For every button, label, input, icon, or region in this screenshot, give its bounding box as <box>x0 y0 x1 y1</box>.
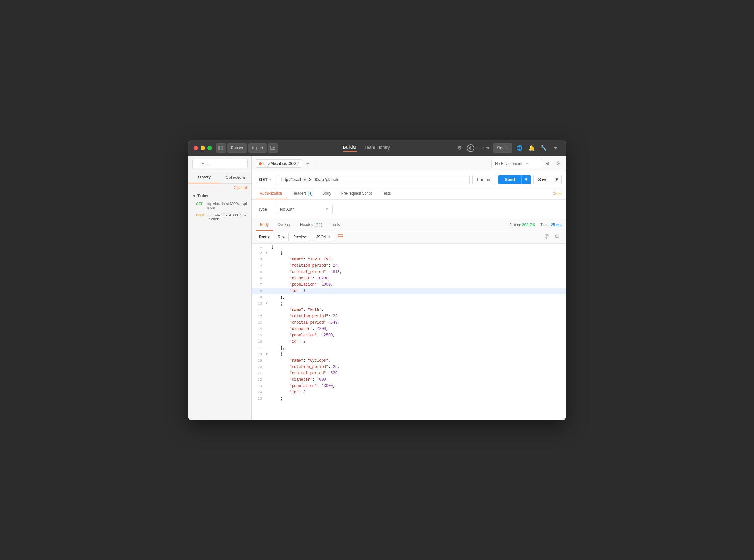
code-line-3: 3 "name": "Yavin IV", <box>252 256 566 263</box>
format-label: JSON <box>316 235 326 239</box>
eye-button[interactable]: 👁 <box>545 159 552 168</box>
url-input[interactable] <box>278 175 470 184</box>
titlebar: Runner Import Builder Team Library ⚙ <box>188 140 566 156</box>
format-select[interactable]: JSON ▼ <box>313 233 334 241</box>
type-label: Type <box>258 207 271 212</box>
active-tab-pill[interactable]: http://localhost:3000/ <box>256 159 302 168</box>
line-toggle[interactable]: ▼ <box>264 351 269 358</box>
history-item-get[interactable]: GET http://localhost:3000/api/planets <box>188 200 251 211</box>
sync-icon[interactable]: ⚙ <box>455 143 464 153</box>
auth-chevron-icon: ▼ <box>325 207 329 211</box>
method-select[interactable]: GET ▼ <box>256 175 276 184</box>
resp-tab-headers[interactable]: Headers (11) <box>296 219 327 231</box>
time-label: Time: <box>540 223 550 227</box>
method-badge-get: GET <box>195 202 204 206</box>
collections-tab[interactable]: Collections <box>220 172 252 183</box>
sidebar: 🔍 History Collections Clear all ▼ Today … <box>188 156 252 420</box>
history-item-url-post: http://localhost:3000/api/planets <box>208 213 248 221</box>
response-toolbar: Pretty Raw Preview JSON ▼ <box>252 231 566 244</box>
line-toggle <box>264 396 269 402</box>
line-code: "orbital_period": 4818, <box>269 269 566 275</box>
line-code: "orbital_period": 549, <box>269 320 566 326</box>
line-toggle <box>264 288 269 294</box>
tab-pre-request[interactable]: Pre-request Script <box>337 188 376 199</box>
builder-tab[interactable]: Builder <box>343 145 357 152</box>
new-tab-button[interactable] <box>268 143 278 153</box>
team-library-tab[interactable]: Team Library <box>364 145 390 151</box>
method-chevron-icon: ▼ <box>269 178 272 181</box>
params-button[interactable]: Params <box>472 175 496 184</box>
sign-in-button[interactable]: Sign In <box>493 143 512 153</box>
tab-headers[interactable]: Headers (4) <box>288 188 317 199</box>
time-value: 25 ms <box>551 223 562 227</box>
status-label: Status: <box>509 223 521 227</box>
globe-icon[interactable]: 🌐 <box>515 143 524 153</box>
runner-button[interactable]: Runner <box>227 143 247 153</box>
code-link[interactable]: Code <box>552 188 562 199</box>
method-badge-post: POST <box>195 213 206 217</box>
more-tabs-button[interactable]: ··· <box>314 160 322 167</box>
import-button[interactable]: Import <box>248 143 267 153</box>
pretty-button[interactable]: Pretty <box>256 233 273 241</box>
save-dropdown-button[interactable]: ▼ <box>552 175 562 184</box>
heart-icon[interactable]: ♥ <box>551 143 561 153</box>
line-number: 6 <box>252 275 264 282</box>
save-button[interactable]: Save <box>533 175 552 184</box>
tab-authorization[interactable]: Authorization <box>256 188 287 199</box>
send-dropdown-button[interactable]: ▼ <box>521 175 531 184</box>
raw-button[interactable]: Raw <box>274 233 289 241</box>
history-item-row: POST http://localhost:3000/api/planets <box>195 213 248 221</box>
tab-tests[interactable]: Tests <box>378 188 395 199</box>
line-code: "diameter": 7000, <box>269 377 566 383</box>
send-button[interactable]: Send <box>498 175 521 184</box>
line-number: 20 <box>252 364 264 370</box>
close-button[interactable] <box>193 146 198 150</box>
format-chevron-icon: ▼ <box>328 235 331 239</box>
resp-tab-tests[interactable]: Tests <box>327 219 344 231</box>
line-toggle <box>264 294 269 301</box>
save-button-group: Save ▼ <box>533 175 562 184</box>
filter-input[interactable] <box>192 159 248 168</box>
line-number: 15 <box>252 332 264 339</box>
code-line-11: 11 "name": "Hoth", <box>252 307 566 313</box>
line-number: 7 <box>252 282 264 288</box>
code-line-2: 2 ▼ { <box>252 250 566 256</box>
preview-button[interactable]: Preview <box>290 233 310 241</box>
resp-tab-body[interactable]: Body <box>256 219 273 231</box>
wrap-button[interactable] <box>336 233 344 241</box>
line-code: { <box>269 351 566 358</box>
code-view[interactable]: 1 [ 2 ▼ { 3 "name": "Yavin IV", 4 "rotat… <box>252 244 566 420</box>
settings-button[interactable]: ⚙ <box>555 159 562 168</box>
clear-all-button[interactable]: Clear all <box>234 185 248 190</box>
line-code: { <box>269 301 566 307</box>
line-code: "population": 13000, <box>269 383 566 389</box>
line-number: 1 <box>252 244 264 250</box>
history-tab[interactable]: History <box>188 172 220 183</box>
code-line-21: 21 "orbital_period": 520, <box>252 370 566 377</box>
copy-button[interactable] <box>543 233 552 241</box>
tab-body[interactable]: Body <box>318 188 335 199</box>
line-toggle[interactable]: ▼ <box>264 301 269 307</box>
line-code: "population": 12500, <box>269 332 566 339</box>
wrench-icon[interactable]: 🔧 <box>539 143 548 153</box>
environment-select[interactable]: No Environment ▼ <box>491 159 542 168</box>
sidebar-toggle-button[interactable] <box>216 143 226 153</box>
line-number: 17 <box>252 345 264 351</box>
code-line-15: 15 "population": 12500, <box>252 332 566 339</box>
maximize-button[interactable] <box>207 146 212 150</box>
auth-type-select[interactable]: No Auth ▼ <box>276 205 333 214</box>
line-toggle <box>264 364 269 370</box>
add-tab-button[interactable]: + <box>305 160 311 167</box>
bell-icon[interactable]: 🔔 <box>527 143 536 153</box>
code-line-24: 24 "id": 3 <box>252 389 566 396</box>
code-line-6: 6 "diameter": 10200, <box>252 275 566 282</box>
history-item-post[interactable]: POST http://localhost:3000/api/planets <box>188 211 251 223</box>
line-toggle[interactable]: ▼ <box>264 250 269 256</box>
code-line-19: 19 "name": "Cyclops", <box>252 358 566 364</box>
main-content: 🔍 History Collections Clear all ▼ Today … <box>188 156 566 420</box>
code-line-22: 22 "diameter": 7000, <box>252 377 566 383</box>
search-response-button[interactable] <box>553 233 562 241</box>
resp-tab-cookies[interactable]: Cookies <box>273 219 296 231</box>
line-code: "rotation_period": 24, <box>269 263 566 269</box>
minimize-button[interactable] <box>201 146 205 150</box>
